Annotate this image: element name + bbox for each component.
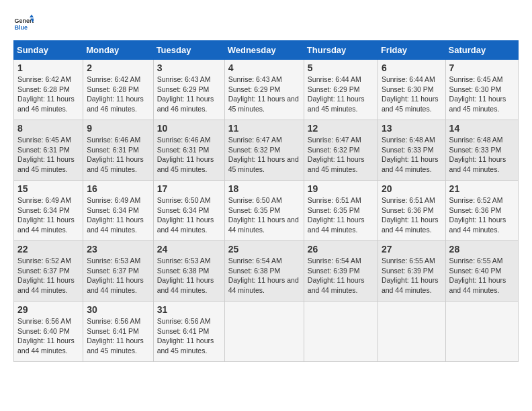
calendar-cell: 4 Sunrise: 6:43 AMSunset: 6:29 PMDayligh…: [224, 60, 304, 120]
week-row-2: 8 Sunrise: 6:45 AMSunset: 6:31 PMDayligh…: [14, 120, 519, 181]
day-info: Sunrise: 6:47 AMSunset: 6:32 PMDaylight:…: [308, 136, 365, 173]
calendar-cell: 2 Sunrise: 6:42 AMSunset: 6:28 PMDayligh…: [83, 60, 153, 120]
calendar-cell: 1 Sunrise: 6:42 AMSunset: 6:28 PMDayligh…: [14, 60, 83, 120]
day-info: Sunrise: 6:53 AMSunset: 6:37 PMDaylight:…: [87, 257, 144, 294]
calendar-cell: 25 Sunrise: 6:54 AMSunset: 6:38 PMDaylig…: [224, 241, 304, 302]
week-row-4: 22 Sunrise: 6:52 AMSunset: 6:37 PMDaylig…: [14, 241, 519, 302]
col-header-wednesday: Wednesday: [224, 41, 304, 60]
svg-text:Blue: Blue: [15, 24, 28, 31]
day-info: Sunrise: 6:46 AMSunset: 6:31 PMDaylight:…: [157, 136, 214, 173]
calendar-cell: 10 Sunrise: 6:46 AMSunset: 6:31 PMDaylig…: [153, 120, 224, 181]
week-row-5: 29 Sunrise: 6:56 AMSunset: 6:40 PMDaylig…: [14, 302, 519, 362]
calendar-cell: 23 Sunrise: 6:53 AMSunset: 6:37 PMDaylig…: [83, 241, 153, 302]
day-number: 2: [87, 62, 149, 73]
col-header-saturday: Saturday: [445, 41, 518, 60]
day-info: Sunrise: 6:50 AMSunset: 6:35 PMDaylight:…: [228, 196, 299, 234]
day-number: 3: [157, 62, 221, 73]
day-number: 27: [382, 244, 442, 255]
day-info: Sunrise: 6:46 AMSunset: 6:31 PMDaylight:…: [87, 136, 144, 173]
calendar-cell: 13 Sunrise: 6:48 AMSunset: 6:33 PMDaylig…: [378, 120, 445, 181]
col-header-sunday: Sunday: [14, 41, 83, 60]
day-number: 18: [228, 183, 300, 194]
day-info: Sunrise: 6:42 AMSunset: 6:28 PMDaylight:…: [17, 75, 75, 113]
day-info: Sunrise: 6:49 AMSunset: 6:34 PMDaylight:…: [17, 196, 75, 234]
page-header: General Blue: [13, 13, 519, 34]
col-header-friday: Friday: [378, 41, 445, 60]
day-info: Sunrise: 6:47 AMSunset: 6:32 PMDaylight:…: [228, 136, 299, 173]
calendar-cell: 5 Sunrise: 6:44 AMSunset: 6:29 PMDayligh…: [304, 60, 378, 120]
calendar-cell: 15 Sunrise: 6:49 AMSunset: 6:34 PMDaylig…: [14, 181, 83, 241]
day-info: Sunrise: 6:49 AMSunset: 6:34 PMDaylight:…: [87, 196, 144, 234]
day-info: Sunrise: 6:52 AMSunset: 6:37 PMDaylight:…: [17, 257, 75, 294]
week-row-1: 1 Sunrise: 6:42 AMSunset: 6:28 PMDayligh…: [14, 60, 519, 120]
day-info: Sunrise: 6:56 AMSunset: 6:41 PMDaylight:…: [87, 317, 144, 355]
col-header-monday: Monday: [83, 41, 153, 60]
day-number: 25: [228, 244, 300, 255]
day-number: 17: [157, 183, 221, 194]
day-number: 26: [308, 244, 374, 255]
day-info: Sunrise: 6:45 AMSunset: 6:30 PMDaylight:…: [449, 75, 506, 113]
calendar-cell: 14 Sunrise: 6:48 AMSunset: 6:33 PMDaylig…: [445, 120, 518, 181]
day-info: Sunrise: 6:55 AMSunset: 6:39 PMDaylight:…: [382, 257, 439, 294]
day-info: Sunrise: 6:43 AMSunset: 6:29 PMDaylight:…: [157, 75, 214, 113]
calendar-cell: 20 Sunrise: 6:51 AMSunset: 6:36 PMDaylig…: [378, 181, 445, 241]
day-info: Sunrise: 6:56 AMSunset: 6:40 PMDaylight:…: [17, 317, 75, 355]
day-number: 22: [17, 244, 79, 255]
calendar-cell: [224, 302, 304, 362]
day-number: 29: [17, 304, 79, 315]
calendar-cell: [445, 302, 518, 362]
calendar-cell: 24 Sunrise: 6:53 AMSunset: 6:38 PMDaylig…: [153, 241, 224, 302]
calendar-cell: 18 Sunrise: 6:50 AMSunset: 6:35 PMDaylig…: [224, 181, 304, 241]
calendar-cell: [378, 302, 445, 362]
day-number: 8: [17, 123, 79, 134]
day-number: 30: [87, 304, 149, 315]
day-number: 24: [157, 244, 221, 255]
day-number: 21: [449, 183, 515, 194]
col-header-tuesday: Tuesday: [153, 41, 224, 60]
svg-text:General: General: [15, 17, 34, 24]
day-info: Sunrise: 6:51 AMSunset: 6:35 PMDaylight:…: [308, 196, 365, 234]
day-number: 28: [449, 244, 515, 255]
day-number: 5: [308, 62, 374, 73]
calendar-cell: 11 Sunrise: 6:47 AMSunset: 6:32 PMDaylig…: [224, 120, 304, 181]
calendar-cell: [304, 302, 378, 362]
day-number: 20: [382, 183, 442, 194]
day-info: Sunrise: 6:42 AMSunset: 6:28 PMDaylight:…: [87, 75, 144, 113]
calendar-cell: 29 Sunrise: 6:56 AMSunset: 6:40 PMDaylig…: [14, 302, 83, 362]
day-number: 1: [17, 62, 79, 73]
day-number: 9: [87, 123, 149, 134]
day-info: Sunrise: 6:51 AMSunset: 6:36 PMDaylight:…: [382, 196, 439, 234]
day-number: 23: [87, 244, 149, 255]
logo-icon: General Blue: [13, 13, 34, 34]
col-header-thursday: Thursday: [304, 41, 378, 60]
day-number: 13: [382, 123, 442, 134]
calendar-cell: 6 Sunrise: 6:44 AMSunset: 6:30 PMDayligh…: [378, 60, 445, 120]
calendar-cell: 17 Sunrise: 6:50 AMSunset: 6:34 PMDaylig…: [153, 181, 224, 241]
day-number: 11: [228, 123, 300, 134]
week-row-3: 15 Sunrise: 6:49 AMSunset: 6:34 PMDaylig…: [14, 181, 519, 241]
calendar-cell: 8 Sunrise: 6:45 AMSunset: 6:31 PMDayligh…: [14, 120, 83, 181]
day-info: Sunrise: 6:48 AMSunset: 6:33 PMDaylight:…: [449, 136, 506, 173]
calendar-cell: 21 Sunrise: 6:52 AMSunset: 6:36 PMDaylig…: [445, 181, 518, 241]
day-number: 14: [449, 123, 515, 134]
day-number: 6: [382, 62, 442, 73]
day-number: 7: [449, 62, 515, 73]
svg-marker-2: [30, 15, 34, 18]
calendar-cell: 12 Sunrise: 6:47 AMSunset: 6:32 PMDaylig…: [304, 120, 378, 181]
day-number: 12: [308, 123, 374, 134]
calendar-cell: 16 Sunrise: 6:49 AMSunset: 6:34 PMDaylig…: [83, 181, 153, 241]
calendar-cell: 30 Sunrise: 6:56 AMSunset: 6:41 PMDaylig…: [83, 302, 153, 362]
calendar-cell: 26 Sunrise: 6:54 AMSunset: 6:39 PMDaylig…: [304, 241, 378, 302]
calendar-table: SundayMondayTuesdayWednesdayThursdayFrid…: [13, 40, 519, 362]
calendar-cell: 3 Sunrise: 6:43 AMSunset: 6:29 PMDayligh…: [153, 60, 224, 120]
header-row: SundayMondayTuesdayWednesdayThursdayFrid…: [14, 41, 519, 60]
calendar-cell: 27 Sunrise: 6:55 AMSunset: 6:39 PMDaylig…: [378, 241, 445, 302]
day-info: Sunrise: 6:44 AMSunset: 6:30 PMDaylight:…: [382, 75, 439, 113]
day-info: Sunrise: 6:54 AMSunset: 6:39 PMDaylight:…: [308, 257, 365, 294]
day-info: Sunrise: 6:53 AMSunset: 6:38 PMDaylight:…: [157, 257, 214, 294]
day-info: Sunrise: 6:50 AMSunset: 6:34 PMDaylight:…: [157, 196, 214, 234]
logo: General Blue: [13, 13, 34, 34]
day-info: Sunrise: 6:55 AMSunset: 6:40 PMDaylight:…: [449, 257, 506, 294]
calendar-cell: 22 Sunrise: 6:52 AMSunset: 6:37 PMDaylig…: [14, 241, 83, 302]
calendar-cell: 28 Sunrise: 6:55 AMSunset: 6:40 PMDaylig…: [445, 241, 518, 302]
